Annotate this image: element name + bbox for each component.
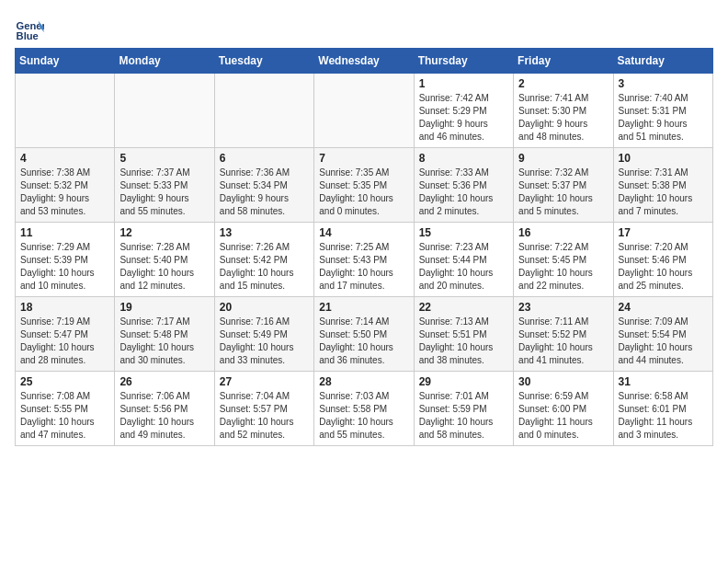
day-number: 27 — [220, 375, 309, 388]
day-info: Sunrise: 7:28 AM Sunset: 5:40 PM Dayligh… — [119, 241, 209, 293]
calendar-week-row: 1Sunrise: 7:42 AM Sunset: 5:29 PM Daylig… — [16, 74, 713, 148]
day-number: 7 — [319, 152, 408, 165]
calendar-cell: 3Sunrise: 7:40 AM Sunset: 5:31 PM Daylig… — [613, 74, 712, 148]
day-info: Sunrise: 7:37 AM Sunset: 5:33 PM Dayligh… — [119, 167, 209, 218]
calendar-week-row: 18Sunrise: 7:19 AM Sunset: 5:47 PM Dayli… — [16, 297, 713, 372]
day-info: Sunrise: 7:08 AM Sunset: 5:55 PM Dayligh… — [20, 390, 109, 442]
day-number: 3 — [619, 77, 708, 90]
calendar-table: SundayMondayTuesdayWednesdayThursdayFrid… — [15, 48, 713, 446]
day-info: Sunrise: 7:31 AM Sunset: 5:38 PM Dayligh… — [619, 167, 708, 218]
calendar-cell: 12Sunrise: 7:28 AM Sunset: 5:40 PM Dayli… — [115, 223, 214, 297]
calendar-cell — [214, 74, 313, 148]
day-info: Sunrise: 7:04 AM Sunset: 5:57 PM Dayligh… — [220, 390, 309, 442]
calendar-cell: 8Sunrise: 7:33 AM Sunset: 5:36 PM Daylig… — [414, 148, 513, 223]
day-info: Sunrise: 7:03 AM Sunset: 5:58 PM Dayligh… — [319, 390, 408, 442]
day-info: Sunrise: 7:23 AM Sunset: 5:44 PM Dayligh… — [419, 241, 508, 293]
logo-icon: General Blue — [15, 15, 44, 44]
calendar-cell: 17Sunrise: 7:20 AM Sunset: 5:46 PM Dayli… — [613, 223, 712, 297]
weekday-header-saturday: Saturday — [613, 49, 712, 74]
calendar-cell: 21Sunrise: 7:14 AM Sunset: 5:50 PM Dayli… — [314, 297, 414, 372]
calendar-cell: 7Sunrise: 7:35 AM Sunset: 5:35 PM Daylig… — [314, 148, 414, 223]
day-number: 12 — [119, 226, 209, 239]
day-number: 22 — [419, 301, 508, 314]
calendar-cell: 11Sunrise: 7:29 AM Sunset: 5:39 PM Dayli… — [16, 223, 115, 297]
day-number: 1 — [419, 77, 508, 90]
calendar-cell: 30Sunrise: 6:59 AM Sunset: 6:00 PM Dayli… — [514, 372, 613, 446]
calendar-cell: 29Sunrise: 7:01 AM Sunset: 5:59 PM Dayli… — [414, 372, 513, 446]
calendar-cell: 5Sunrise: 7:37 AM Sunset: 5:33 PM Daylig… — [115, 148, 214, 223]
logo: General Blue — [15, 15, 48, 44]
calendar-header: General Blue — [15, 15, 713, 44]
weekday-header-monday: Monday — [115, 49, 214, 74]
day-info: Sunrise: 6:58 AM Sunset: 6:01 PM Dayligh… — [619, 390, 708, 442]
calendar-cell: 19Sunrise: 7:17 AM Sunset: 5:48 PM Dayli… — [115, 297, 214, 372]
day-info: Sunrise: 7:25 AM Sunset: 5:43 PM Dayligh… — [319, 241, 408, 293]
day-info: Sunrise: 7:36 AM Sunset: 5:34 PM Dayligh… — [220, 167, 309, 218]
day-info: Sunrise: 7:09 AM Sunset: 5:54 PM Dayligh… — [619, 316, 708, 367]
day-number: 4 — [20, 152, 109, 165]
day-number: 8 — [419, 152, 508, 165]
day-number: 30 — [518, 375, 608, 388]
calendar-cell — [314, 74, 414, 148]
calendar-cell: 2Sunrise: 7:41 AM Sunset: 5:30 PM Daylig… — [514, 74, 613, 148]
calendar-cell: 10Sunrise: 7:31 AM Sunset: 5:38 PM Dayli… — [613, 148, 712, 223]
weekday-header-row: SundayMondayTuesdayWednesdayThursdayFrid… — [16, 49, 713, 74]
day-info: Sunrise: 7:22 AM Sunset: 5:45 PM Dayligh… — [518, 241, 608, 293]
day-number: 10 — [619, 152, 708, 165]
calendar-cell: 23Sunrise: 7:11 AM Sunset: 5:52 PM Dayli… — [514, 297, 613, 372]
calendar-cell: 22Sunrise: 7:13 AM Sunset: 5:51 PM Dayli… — [414, 297, 513, 372]
day-number: 17 — [619, 226, 708, 239]
calendar-cell: 25Sunrise: 7:08 AM Sunset: 5:55 PM Dayli… — [16, 372, 115, 446]
calendar-cell: 4Sunrise: 7:38 AM Sunset: 5:32 PM Daylig… — [16, 148, 115, 223]
day-number: 24 — [619, 301, 708, 314]
calendar-cell — [16, 74, 115, 148]
day-number: 5 — [119, 152, 209, 165]
calendar-cell: 1Sunrise: 7:42 AM Sunset: 5:29 PM Daylig… — [414, 74, 513, 148]
day-number: 31 — [619, 375, 708, 388]
day-number: 26 — [119, 375, 209, 388]
day-number: 29 — [419, 375, 508, 388]
day-info: Sunrise: 7:42 AM Sunset: 5:29 PM Dayligh… — [419, 92, 508, 144]
day-info: Sunrise: 7:29 AM Sunset: 5:39 PM Dayligh… — [20, 241, 109, 293]
day-number: 23 — [518, 301, 608, 314]
day-info: Sunrise: 7:41 AM Sunset: 5:30 PM Dayligh… — [518, 92, 608, 144]
day-number: 16 — [518, 226, 608, 239]
day-info: Sunrise: 7:20 AM Sunset: 5:46 PM Dayligh… — [619, 241, 708, 293]
day-number: 15 — [419, 226, 508, 239]
day-info: Sunrise: 7:35 AM Sunset: 5:35 PM Dayligh… — [319, 167, 408, 218]
svg-text:Blue: Blue — [17, 30, 39, 41]
calendar-cell: 24Sunrise: 7:09 AM Sunset: 5:54 PM Dayli… — [613, 297, 712, 372]
weekday-header-wednesday: Wednesday — [314, 49, 414, 74]
calendar-week-row: 25Sunrise: 7:08 AM Sunset: 5:55 PM Dayli… — [16, 372, 713, 446]
weekday-header-sunday: Sunday — [16, 49, 115, 74]
day-info: Sunrise: 6:59 AM Sunset: 6:00 PM Dayligh… — [518, 390, 608, 442]
calendar-cell: 18Sunrise: 7:19 AM Sunset: 5:47 PM Dayli… — [16, 297, 115, 372]
calendar-cell: 15Sunrise: 7:23 AM Sunset: 5:44 PM Dayli… — [414, 223, 513, 297]
day-info: Sunrise: 7:16 AM Sunset: 5:49 PM Dayligh… — [220, 316, 309, 367]
calendar-cell: 13Sunrise: 7:26 AM Sunset: 5:42 PM Dayli… — [214, 223, 313, 297]
day-number: 28 — [319, 375, 408, 388]
day-info: Sunrise: 7:14 AM Sunset: 5:50 PM Dayligh… — [319, 316, 408, 367]
day-number: 11 — [20, 226, 109, 239]
day-info: Sunrise: 7:19 AM Sunset: 5:47 PM Dayligh… — [20, 316, 109, 367]
day-number: 6 — [220, 152, 309, 165]
calendar-cell — [115, 74, 214, 148]
day-info: Sunrise: 7:13 AM Sunset: 5:51 PM Dayligh… — [419, 316, 508, 367]
calendar-cell: 9Sunrise: 7:32 AM Sunset: 5:37 PM Daylig… — [514, 148, 613, 223]
day-number: 21 — [319, 301, 408, 314]
day-info: Sunrise: 7:40 AM Sunset: 5:31 PM Dayligh… — [619, 92, 708, 144]
day-number: 18 — [20, 301, 109, 314]
weekday-header-thursday: Thursday — [414, 49, 513, 74]
calendar-cell: 27Sunrise: 7:04 AM Sunset: 5:57 PM Dayli… — [214, 372, 313, 446]
day-info: Sunrise: 7:26 AM Sunset: 5:42 PM Dayligh… — [220, 241, 309, 293]
day-number: 2 — [518, 77, 608, 90]
day-number: 20 — [220, 301, 309, 314]
day-number: 19 — [119, 301, 209, 314]
calendar-week-row: 11Sunrise: 7:29 AM Sunset: 5:39 PM Dayli… — [16, 223, 713, 297]
day-number: 13 — [220, 226, 309, 239]
day-info: Sunrise: 7:38 AM Sunset: 5:32 PM Dayligh… — [20, 167, 109, 218]
calendar-cell: 6Sunrise: 7:36 AM Sunset: 5:34 PM Daylig… — [214, 148, 313, 223]
day-number: 14 — [319, 226, 408, 239]
weekday-header-friday: Friday — [514, 49, 613, 74]
day-number: 25 — [20, 375, 109, 388]
